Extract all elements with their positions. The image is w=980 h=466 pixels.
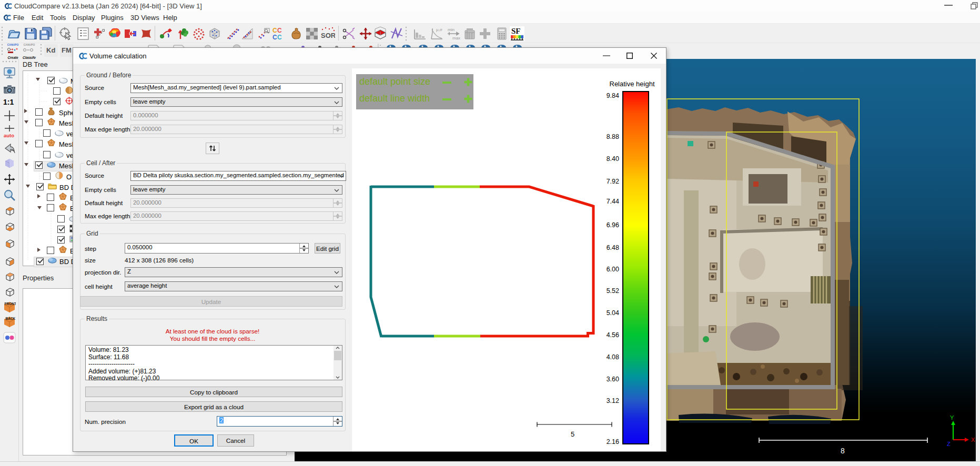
svg-text:auto: auto [4, 133, 14, 138]
svg-text:min: min [448, 27, 454, 32]
svg-text:BACK: BACK [6, 317, 16, 320]
svg-text:μ,σ: μ,σ [436, 27, 442, 32]
svg-text:FRONT: FRONT [5, 302, 16, 306]
svg-text:X: X [971, 437, 975, 443]
svg-text:SOR: SOR [321, 32, 335, 39]
svg-text:C: C [277, 34, 282, 41]
svg-text:max: max [452, 36, 460, 40]
svg-text:C: C [272, 27, 277, 34]
svg-text:C: C [277, 27, 282, 34]
svg-text:Z: Z [947, 441, 951, 447]
svg-text:Y: Y [950, 414, 954, 421]
svg-text:8: 8 [841, 447, 845, 455]
svg-text:SF: SF [511, 27, 521, 35]
svg-text:C: C [272, 34, 277, 41]
